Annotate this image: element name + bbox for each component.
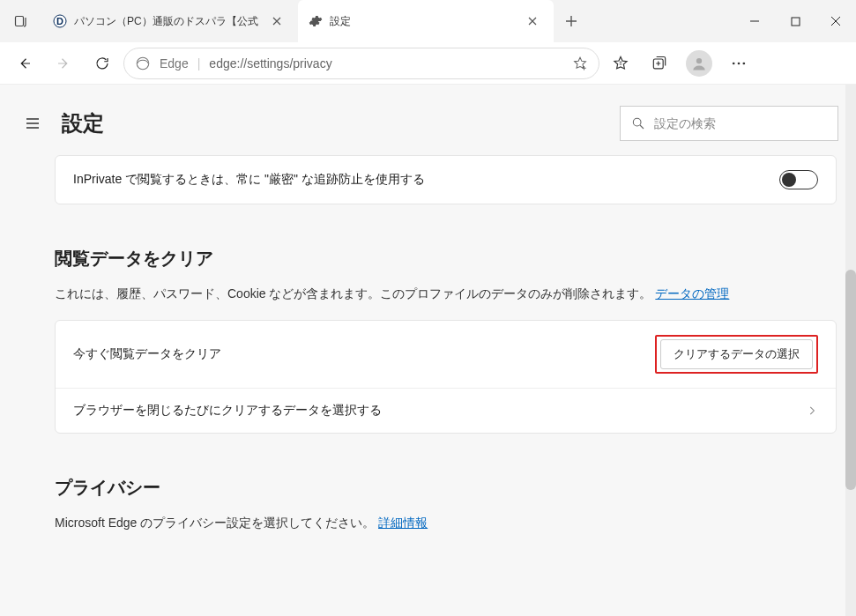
back-button[interactable] xyxy=(7,48,42,79)
highlight-annotation: クリアするデータの選択 xyxy=(655,335,818,374)
gear-icon xyxy=(309,14,323,28)
collections-button[interactable] xyxy=(642,48,677,79)
svg-rect-0 xyxy=(16,17,24,26)
inprivate-strict-toggle[interactable] xyxy=(779,170,818,189)
row-label: InPrivate で閲覧するときは、常に "厳密" な追跡防止を使用する xyxy=(73,172,425,188)
forward-button xyxy=(46,48,81,79)
minimize-button[interactable] xyxy=(734,0,775,42)
favorites-button[interactable] xyxy=(603,48,638,79)
address-bar[interactable]: Edge | edge://settings/privacy xyxy=(123,48,599,79)
browser-toolbar: Edge | edge://settings/privacy xyxy=(0,42,856,85)
svg-rect-3 xyxy=(792,18,800,26)
inprivate-card: InPrivate で閲覧するときは、常に "厳密" な追跡防止を使用する xyxy=(55,155,837,204)
settings-content: 設定 InPrivate で閲覧するときは、常に "厳密" な追跡防止を使用する… xyxy=(0,85,856,616)
description-text: これには、履歴、パスワード、Cookie などが含まれます。このプロファイルのデ… xyxy=(55,286,651,301)
refresh-button[interactable] xyxy=(85,48,120,79)
inprivate-strict-row: InPrivate で閲覧するときは、常に "厳密" な追跡防止を使用する xyxy=(56,156,836,204)
tab-title: パソコン（PC）通販のドスパラ【公式 xyxy=(74,14,259,29)
svg-point-6 xyxy=(696,57,702,63)
description-text: Microsoft Edge のプライバシー設定を選択してください。 xyxy=(55,516,375,530)
svg-point-9 xyxy=(743,62,746,64)
chevron-right-icon xyxy=(806,404,818,417)
privacy-description: Microsoft Edge のプライバシー設定を選択してください。 詳細情報 xyxy=(55,516,856,531)
toggle-knob xyxy=(782,173,796,187)
scrollbar-thumb[interactable] xyxy=(845,270,856,490)
favorite-icon[interactable] xyxy=(572,56,588,71)
data-management-link[interactable]: データの管理 xyxy=(655,286,729,301)
privacy-more-info-link[interactable]: 詳細情報 xyxy=(378,516,428,530)
tab-favicon-d: D xyxy=(53,14,67,28)
clear-on-close-row[interactable]: ブラウザーを閉じるたびにクリアするデータを選択する xyxy=(56,388,836,433)
page-title: 設定 xyxy=(62,109,104,137)
close-window-button[interactable] xyxy=(815,0,856,42)
more-menu-button[interactable] xyxy=(721,48,756,79)
choose-what-to-clear-button[interactable]: クリアするデータの選択 xyxy=(660,339,813,369)
privacy-heading: プライバシー xyxy=(55,476,856,500)
tab-dospara[interactable]: D パソコン（PC）通販のドスパラ【公式 xyxy=(42,0,298,42)
svg-point-7 xyxy=(733,62,735,64)
omnibox-url: edge://settings/privacy xyxy=(209,56,563,71)
clear-browsing-card: 今すぐ閲覧データをクリア クリアするデータの選択 ブラウザーを閉じるたびにクリア… xyxy=(55,320,837,434)
edge-logo-icon xyxy=(135,56,151,71)
maximize-button[interactable] xyxy=(775,0,815,42)
clear-browsing-heading: 閲覧データをクリア xyxy=(55,247,856,271)
row-label: 今すぐ閲覧データをクリア xyxy=(73,346,221,362)
svg-point-4 xyxy=(137,57,149,70)
settings-header: 設定 xyxy=(0,85,856,155)
search-input[interactable] xyxy=(654,116,827,130)
svg-text:D: D xyxy=(56,16,63,26)
hamburger-menu-button[interactable] xyxy=(18,108,48,138)
svg-point-10 xyxy=(633,118,641,126)
search-icon xyxy=(631,116,645,130)
window-controls xyxy=(734,0,856,42)
profile-avatar[interactable] xyxy=(686,50,712,77)
svg-point-8 xyxy=(738,62,741,64)
omnibox-divider: | xyxy=(197,56,201,71)
clear-browsing-description: これには、履歴、パスワード、Cookie などが含まれます。このプロファイルのデ… xyxy=(55,286,856,302)
row-label: ブラウザーを閉じるたびにクリアするデータを選択する xyxy=(73,403,382,419)
browser-titlebar: D パソコン（PC）通販のドスパラ【公式 設定 xyxy=(0,0,856,42)
tab-title: 設定 xyxy=(330,14,515,29)
omnibox-origin-label: Edge xyxy=(160,56,189,71)
clear-now-row: 今すぐ閲覧データをクリア クリアするデータの選択 xyxy=(56,321,836,388)
close-icon[interactable] xyxy=(266,11,287,32)
close-icon[interactable] xyxy=(522,11,543,32)
new-tab-button[interactable] xyxy=(554,0,589,42)
tab-settings[interactable]: 設定 xyxy=(298,0,554,42)
settings-search[interactable] xyxy=(620,106,838,141)
tab-actions-icon[interactable] xyxy=(0,0,42,42)
